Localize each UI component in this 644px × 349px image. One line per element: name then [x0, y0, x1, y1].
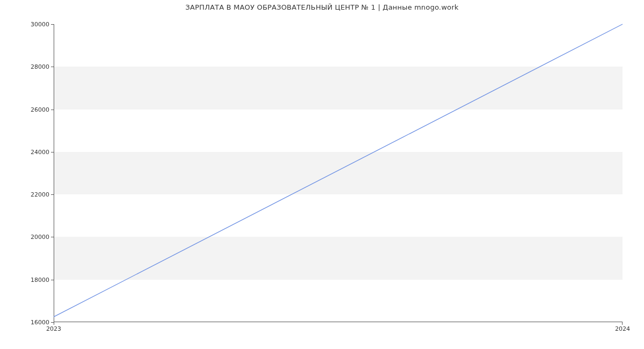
xtick-label: 2023	[46, 325, 61, 332]
ytick-label: 24000	[31, 148, 49, 155]
chart-title: ЗАРПЛАТА В МАОУ ОБРАЗОВАТЕЛЬНЫЙ ЦЕНТР № …	[0, 3, 644, 11]
xtick-mark	[622, 322, 623, 325]
xtick-label: 2024	[615, 325, 630, 332]
ytick-label: 26000	[31, 106, 49, 113]
line-series	[54, 24, 623, 322]
salary-line-chart: ЗАРПЛАТА В МАОУ ОБРАЗОВАТЕЛЬНЫЙ ЦЕНТР № …	[0, 0, 644, 349]
ytick-label: 28000	[31, 63, 49, 70]
plot-area	[54, 24, 623, 322]
ytick-label: 22000	[31, 191, 49, 198]
ytick-label: 16000	[31, 319, 49, 326]
xtick-mark	[54, 322, 54, 325]
series-salary	[54, 24, 623, 317]
ytick-label: 18000	[31, 276, 49, 283]
ytick-label: 30000	[31, 21, 49, 28]
ytick-label: 20000	[31, 234, 49, 241]
